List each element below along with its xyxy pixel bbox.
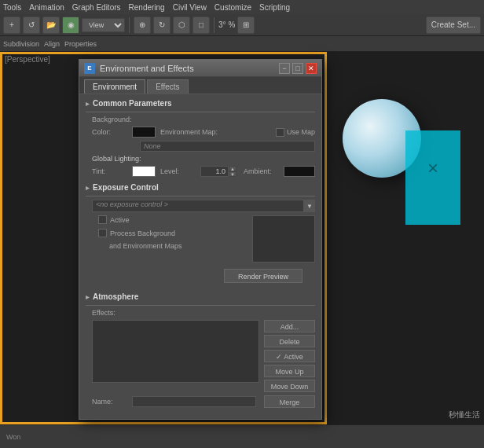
menu-scripting[interactable]: Scripting [259,3,290,12]
menu-rendering[interactable]: Rendering [129,3,165,12]
watermark: 秒懂生活 [449,409,480,420]
merge-btn[interactable]: Merge [264,395,315,408]
viewport-label: [Perspective] [5,55,50,64]
toolbar-new-btn[interactable]: + [3,17,20,34]
active-effects-btn[interactable]: ✓ Active [264,350,315,362]
main-toolbar: + ↺ 📂 ◉ View ⊕ ↻ ⬡ □ 3° % ⊞ Create Set..… [0,14,484,36]
level-down-arrow[interactable]: ▼ [229,171,236,177]
active-checkbox[interactable] [98,215,107,224]
effects-label-row: Effects: [86,309,315,317]
toolbar-refresh-btn[interactable]: ↺ [23,17,40,34]
level-label: Level: [160,167,196,175]
common-params-header: Common Parameters [86,99,315,108]
menu-customize[interactable]: Customize [214,3,251,12]
toolbar-snap-btn[interactable]: ⊞ [237,17,255,34]
global-lighting-label: Global Lighting: [92,155,141,163]
toolbar-scale-btn[interactable]: ⬡ [173,17,190,34]
ambient-label: Ambient: [244,167,279,175]
effects-list[interactable] [92,320,259,383]
secondary-toolbar: Subdivision Align Properties [0,36,484,52]
toolbar-select-btn[interactable]: □ [192,17,210,34]
exposure-control-section: Exposure Control <no exposure control > … [86,183,315,286]
atmosphere-divider [86,305,315,306]
view-dropdown[interactable]: View [82,18,125,32]
cube-object [405,130,460,225]
and-env-row: and Environment Maps [92,242,246,250]
tint-level-ambient-row: Tint: Level: 1.0 ▲ ▼ Ambient: [86,166,315,177]
active-row: Active [92,215,246,224]
preview-box [252,215,315,263]
tab-effects[interactable]: Effects [147,79,188,94]
toolbar-rotate-btn[interactable]: ↻ [153,17,170,34]
tint-label: Tint: [92,167,127,175]
dialog-titlebar: E Environment and Effects − □ ✕ [79,60,321,77]
level-up-arrow[interactable]: ▲ [229,166,236,171]
process-bg-checkbox[interactable] [98,229,107,237]
map-value-field[interactable]: None [140,141,315,152]
toolbar-degree-label: 3° [218,20,226,29]
use-map-checkbox-row: Use Map [276,128,315,137]
menu-bar: Tools Animation Graph Editors Rendering … [0,0,484,14]
move-down-btn[interactable]: Move Down [264,380,315,392]
and-env-label: and Environment Maps [98,242,182,250]
use-map-label: Use Map [287,128,315,136]
level-arrows: ▲ ▼ [229,166,236,177]
exposure-dropdown-row: <no exposure control > ▼ [86,200,315,212]
process-bg-label: Process Background [110,230,175,237]
exposure-dropdown[interactable]: <no exposure control > [92,200,304,212]
exposure-preview-area: Active Process Background and Environmen… [86,215,315,263]
menu-animation[interactable]: Animation [29,3,64,12]
dialog-tab-bar: Environment Effects [79,77,321,94]
dialog-minimize-btn[interactable]: − [279,63,290,74]
common-params-divider [86,112,315,112]
toolbar-color-btn[interactable]: ◉ [62,17,79,34]
delete-btn[interactable]: Delete [264,335,315,347]
exposure-checkboxes: Active Process Background and Environmen… [92,215,246,263]
name-input[interactable] [132,396,256,407]
toolbar-move-btn[interactable]: ⊕ [134,17,151,34]
toolbar2-subdivision[interactable]: Subdivision [3,40,39,48]
toolbar2-properties[interactable]: Properties [64,40,97,48]
atmosphere-section: Atmosphere Effects: Add... Delete ✓ Acti… [86,292,315,408]
add-btn[interactable]: Add... [264,320,315,332]
process-bg-row: Process Background [92,229,246,237]
color-label: Color: [92,128,127,136]
menu-graph-editors[interactable]: Graph Editors [72,3,121,12]
effects-area: Add... Delete ✓ Active Move Up Move Down [86,320,315,392]
move-up-btn[interactable]: Move Up [264,365,315,377]
color-map-row: Color: Environment Map: Use Map [86,127,315,138]
dialog-restore-btn[interactable]: □ [292,63,303,74]
name-label: Name: [92,398,127,406]
bg-color-swatch[interactable] [132,127,156,138]
menu-civil-view[interactable]: Civil View [173,3,207,12]
active-label: Active [110,216,130,224]
dialog-title: Environment and Effects [100,64,274,73]
ambient-color-swatch[interactable] [284,166,315,177]
dialog-close-btn[interactable]: ✕ [306,63,317,74]
toolbar-sep2 [214,17,214,33]
toolbar-open-btn[interactable]: 📂 [42,17,60,34]
exposure-divider [86,196,315,196]
dialog-icon: E [84,63,95,74]
background-label: Background: [92,116,132,123]
tab-environment[interactable]: Environment [84,79,145,94]
level-spinner[interactable]: 1.0 ▲ ▼ [200,166,236,177]
dialog-content: Common Parameters Background: Color: Env… [79,94,321,419]
status-text: Won [6,433,20,441]
dialog-controls: − □ ✕ [279,63,317,74]
global-lighting-row: Global Lighting: [86,155,315,163]
tint-color-swatch[interactable] [132,166,156,177]
exposure-control-header: Exposure Control [86,183,315,192]
exposure-dropdown-arrow[interactable]: ▼ [304,200,315,212]
map-value-row: None [86,141,315,152]
name-row: Name: Merge [86,395,315,408]
level-input[interactable]: 1.0 [200,166,229,177]
environment-effects-dialog: E Environment and Effects − □ ✕ Environm… [79,59,322,420]
toolbar2-align[interactable]: Align [44,40,60,48]
toolbar-create-btn[interactable]: Create Set... [426,17,481,34]
env-map-label: Environment Map: [160,128,223,136]
render-preview-btn[interactable]: Render Preview [224,269,302,283]
menu-tools[interactable]: Tools [3,3,21,12]
atmosphere-header: Atmosphere [86,292,315,301]
use-map-checkbox[interactable] [276,128,284,137]
